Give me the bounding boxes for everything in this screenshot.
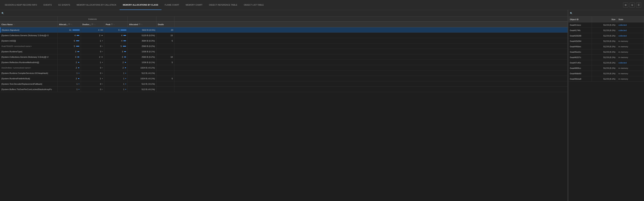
table-row[interactable]: 0xab7b0d28 <unresolved name>5052560 B (0…: [0, 44, 568, 49]
th-object-id[interactable]: Object ID: [568, 16, 592, 22]
td-state: collected: [617, 33, 644, 38]
table-row[interactable]: [System.Reflection.RuntimeMethodInfo[]]2…: [0, 60, 568, 65]
grid-icon: ⊞: [625, 4, 626, 6]
tab-gc-events[interactable]: GC EVENTS: [55, 0, 73, 10]
table-row[interactable]: [System.Collections.Generic.Dictionary`2…: [0, 54, 568, 60]
tab-memory-chart[interactable]: MEMORY CHART: [182, 0, 206, 10]
tab-object-ref-table[interactable]: OBJECT REFERENCE TABLE: [206, 0, 240, 10]
tab-session-heap[interactable]: SESSION & HEAP RECORD INFO: [2, 0, 40, 10]
table-row[interactable]: 0xb1fe4bec <unresolved name>2021024 B (<…: [0, 65, 568, 70]
table-row[interactable]: [System.RuntimeFieldInfoStub]2111024 B (…: [0, 76, 568, 81]
right-search-input[interactable]: [573, 12, 642, 14]
left-table-body: [System.Signature]11495632 B (0.5%)20[Sy…: [0, 27, 568, 201]
app-container: SESSION & HEAP RECORD INFOEVENTSGC EVENT…: [0, 0, 644, 201]
td-classname: 0xb1fe4bec <unresolved name>: [0, 65, 58, 70]
td-dealloc: 0: [81, 44, 104, 49]
table-row[interactable]: 0xad428288512 B (9.1%)collected: [568, 33, 644, 38]
table-row[interactable]: 0xad446dec512 B (9.1%)in memory: [568, 44, 644, 49]
right-table-header: Object ID Size State: [568, 16, 644, 22]
td-dealloc: 0: [81, 70, 104, 76]
td-classname: [System.Int32[]]: [0, 38, 58, 43]
td-alloc: 2: [58, 65, 81, 70]
table-row[interactable]: 0xad411ecc512 B (9.1%)collected: [568, 22, 644, 28]
table-row[interactable]: [System.Buffers.TlsOverPerCoreLockedStac…: [0, 87, 568, 92]
td-dealloc: 0: [81, 49, 104, 54]
td-peak: 2: [104, 65, 128, 70]
td-deallo: 5: [156, 38, 174, 43]
th-size[interactable]: Size: [592, 16, 617, 22]
td-allocated: 5120 B (0.5%): [128, 33, 156, 38]
table-row[interactable]: 0xad46207c512 B (9.1%)in memory: [568, 55, 644, 60]
td-dealloc: 1: [81, 38, 104, 43]
tab-mem-alloc-callstack[interactable]: MEMORY ALLOCATIONS BY CALLSTACK: [73, 0, 120, 10]
layout-icon-btn[interactable]: ☰: [636, 2, 641, 8]
table-row[interactable]: 0xad47c40c512 B (9.1%)collected: [568, 60, 644, 66]
td-deallo: [156, 87, 174, 92]
td-object-id: 0xad48db60: [568, 71, 592, 76]
alloc-sort-icon: ↑↓: [71, 24, 72, 25]
td-alloc: 4: [58, 33, 81, 38]
table-row[interactable]: [System.Collections.Generic.Dictionary`2…: [0, 33, 568, 38]
td-object-id: 0xad428288: [568, 33, 592, 38]
layout-icon: ☰: [638, 4, 640, 6]
td-dealloc: 0: [81, 65, 104, 70]
table-row[interactable]: [System.Int32[]]5143584 B (0.3%)5: [0, 38, 568, 44]
td-dealloc: 2: [81, 33, 104, 38]
td-deallo: [156, 44, 174, 49]
right-search-icon: 🔍: [570, 12, 572, 14]
table-row[interactable]: [System.Signature]11495632 B (0.5%)20: [0, 27, 568, 33]
td-state: collected: [617, 28, 644, 33]
th-deallocations[interactable]: Dealloc... ⓘ ↑↓: [81, 22, 104, 27]
td-size: 512 B (9.1%): [592, 33, 617, 38]
left-search-input[interactable]: [5, 12, 566, 14]
th-classname[interactable]: Class Name ↑↓: [0, 22, 58, 27]
td-alloc: 1: [58, 70, 81, 76]
right-panel: 🔍 Object ID Size State 0xad411ecc512 B (…: [568, 10, 644, 201]
td-classname: [System.Collections.Generic.Dictionary`2…: [0, 33, 58, 38]
table-row[interactable]: [System.Runtime.CompilerServices.GCHeapH…: [0, 70, 568, 76]
td-allocated: 1024 B (<0.1%): [128, 65, 156, 70]
td-deallo: 10: [156, 54, 174, 60]
tab-flame-chart[interactable]: FLAME CHART: [162, 0, 182, 10]
td-size: 512 B (9.1%): [592, 28, 617, 33]
th-state[interactable]: State: [617, 16, 644, 22]
td-allocated: 3584 B (0.3%): [128, 38, 156, 43]
tab-object-list-table[interactable]: OBJECT LIST TABLE: [240, 0, 267, 10]
instances-label: Instances: [58, 16, 128, 22]
td-peak: 4: [104, 33, 128, 38]
th-peak[interactable]: Peak ⓘ ↑↓: [104, 22, 128, 27]
allocated-sort-icon: ↑↓: [141, 24, 142, 25]
td-size: 512 B (9.1%): [592, 44, 617, 49]
deallo-spacer: [156, 16, 174, 22]
td-allocated: 512 B (<0.1%): [128, 87, 156, 92]
left-panel: 🔍 Instances Class Name ↑↓ Allocati... ⓘ: [0, 10, 568, 201]
td-deallo: [156, 49, 174, 54]
table-row[interactable]: [System.RuntimeType]3031536 B (0.1%): [0, 49, 568, 54]
allocated-spacer: [128, 16, 156, 22]
tab-mem-alloc-class[interactable]: MEMORY ALLOCATIONS BY CLASS: [120, 0, 162, 10]
td-peak: 9: [105, 27, 128, 32]
th-allocations[interactable]: Allocati... ⓘ ↑↓: [58, 22, 81, 27]
table-row[interactable]: 0xad4869cc512 B (9.1%)in memory: [568, 66, 644, 71]
td-object-id: 0xad45ed1c: [568, 49, 592, 54]
table-row[interactable]: 0xad4174fc512 B (9.1%)collected: [568, 28, 644, 33]
td-object-id: 0xad48eba8: [568, 76, 592, 82]
table-row[interactable]: [System.Text.DecoderReplacementFallback]…: [0, 81, 568, 87]
td-peak: 4: [104, 38, 128, 43]
table-row[interactable]: 0xad42b584512 B (9.1%)in memory: [568, 38, 644, 44]
td-state: in memory: [617, 55, 644, 60]
td-size: 512 B (9.1%): [592, 22, 617, 28]
table-row[interactable]: 0xad48eba8512 B (9.1%)in memory: [568, 76, 644, 82]
split-icon-btn[interactable]: ⧉: [630, 2, 635, 8]
grid-icon-btn[interactable]: ⊞: [623, 2, 628, 8]
th-deallo[interactable]: Deallo: [156, 22, 174, 27]
td-classname: [System.Runtime.CompilerServices.GCHeapH…: [0, 70, 58, 76]
th-allocated[interactable]: Allocated ⓘ ↑↓: [128, 22, 156, 27]
td-size: 512 B (9.1%): [592, 66, 617, 71]
table-row[interactable]: 0xad48db60512 B (9.1%)in memory: [568, 71, 644, 76]
tab-events[interactable]: EVENTS: [40, 0, 55, 10]
left-table-header: Class Name ↑↓ Allocati... ⓘ ↑↓ Dealloc..…: [0, 22, 568, 27]
right-table-body: 0xad411ecc512 B (9.1%)collected0xad4174f…: [568, 22, 644, 201]
table-row[interactable]: 0xad45ed1c512 B (9.1%)in memory: [568, 49, 644, 55]
split-icon: ⧉: [632, 4, 633, 6]
